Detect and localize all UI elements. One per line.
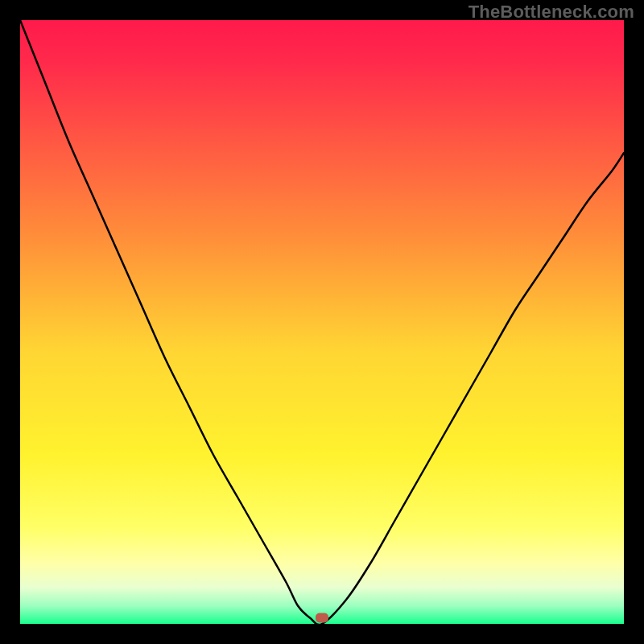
watermark-label: TheBottleneck.com (469, 2, 634, 23)
plot-background (20, 20, 624, 624)
bottleneck-chart (0, 0, 644, 644)
optimum-marker (316, 613, 328, 623)
chart-frame: TheBottleneck.com (0, 0, 644, 644)
